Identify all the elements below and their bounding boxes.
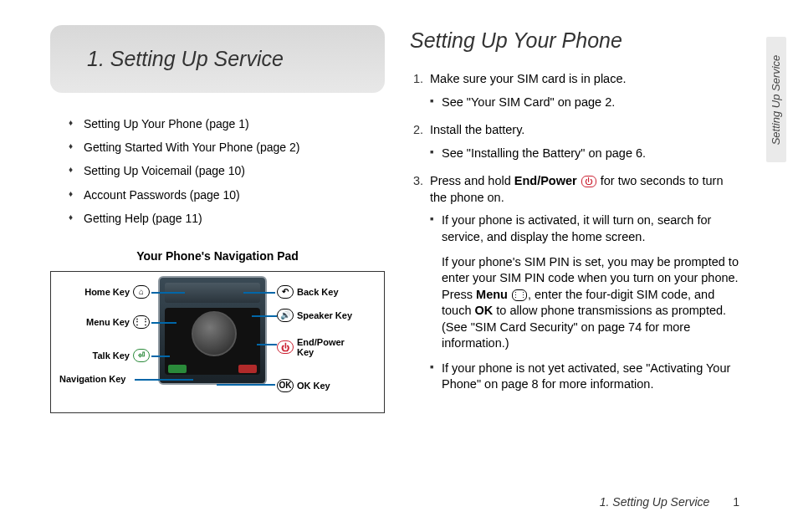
talk-icon: ⏎ [133, 349, 150, 362]
step-2-text: Install the battery. [430, 123, 524, 136]
menu-inline-icon: ⋮⋮ [512, 289, 527, 301]
callout-speaker: 🔊 Speaker Key [277, 309, 352, 322]
toc-item: Setting Up Voicemail (page 10) [69, 163, 385, 178]
leader-line [151, 292, 185, 294]
callout-talk: Talk Key ⏎ [93, 349, 150, 362]
leader-line [151, 322, 176, 324]
step-2: Install the battery. See "Installing the… [413, 122, 739, 161]
step-3-sub1: If your phone is activated, it will turn… [430, 212, 739, 352]
endpower-inline-icon: ⏻ [581, 176, 596, 187]
toc-item: Getting Help (page 11) [69, 211, 385, 226]
home-icon: ⌂ [133, 285, 150, 299]
navpad-figure: Home Key ⌂ Menu Key ⋮⋮ Talk Key ⏎ Naviga… [50, 271, 385, 413]
step-3-sub2: If your phone's SIM PIN is set, you may … [442, 254, 739, 352]
callout-back: ↶ Back Key [277, 285, 339, 299]
page: 1. Setting Up Service Setting Up Your Ph… [0, 0, 798, 532]
callout-ok-label: OK Key [297, 381, 330, 391]
callout-home: Home Key ⌂ [84, 285, 150, 299]
callout-endpower-label: End/Power Key [297, 337, 350, 357]
callout-menu-label: Menu Key [86, 317, 130, 327]
callout-nav-label: Navigation Key [59, 374, 125, 384]
callout-nav: Navigation Key [59, 374, 125, 384]
step-1-text: Make sure your SIM card is in place. [430, 72, 627, 85]
leader-line [243, 292, 275, 294]
right-title: Setting Up Your Phone [410, 28, 739, 53]
step-3: Press and hold End/Power ⏻ for two secon… [413, 173, 739, 393]
page-number: 1 [733, 495, 739, 509]
step-3-sub1-text: If your phone is activated, it will turn… [442, 213, 711, 243]
right-column: Setting Up Your Phone Make sure your SIM… [410, 25, 765, 507]
back-icon: ↶ [277, 285, 294, 299]
navpad-title: Your Phone's Navigation Pad [50, 249, 385, 263]
footer-section: 1. Setting Up Service [600, 495, 710, 509]
step-3-sub3: If your phone is not yet activated, see … [430, 361, 739, 393]
leader-line [151, 356, 170, 357]
callout-menu: Menu Key ⋮⋮ [86, 315, 150, 329]
leader-line [257, 344, 277, 345]
section-heading: 1. Setting Up Service [50, 25, 385, 93]
speaker-icon: 🔊 [277, 309, 294, 322]
toc-item: Setting Up Your Phone (page 1) [69, 116, 385, 131]
side-tab-label: Setting Up Service [770, 54, 783, 145]
callout-speaker-label: Speaker Key [297, 310, 352, 320]
leader-line [135, 379, 193, 381]
steps-list: Make sure your SIM card is in place. See… [410, 71, 739, 393]
leader-line [252, 315, 277, 317]
callout-endpower: ⏻ End/Power Key [277, 337, 350, 357]
step-3-sub2-bold1: Menu [476, 288, 508, 301]
leader-line [217, 384, 275, 386]
toc-item: Getting Started With Your Phone (page 2) [69, 140, 385, 155]
step-3-bold: End/Power [514, 174, 577, 187]
menu-icon: ⋮⋮ [133, 315, 150, 329]
step-3-text-a: Press and hold [430, 174, 514, 187]
step-1-sub: See "Your SIM Card" on page 2. [430, 95, 739, 111]
toc-item: Account Passwords (page 10) [69, 187, 385, 202]
step-2-sub: See "Installing the Battery" on page 6. [430, 146, 739, 162]
left-column: 1. Setting Up Service Setting Up Your Ph… [50, 25, 385, 507]
callout-ok: OK OK Key [277, 379, 330, 392]
toc-list: Setting Up Your Phone (page 1) Getting S… [50, 116, 385, 226]
side-tab: Setting Up Service [766, 37, 786, 162]
callout-back-label: Back Key [297, 287, 339, 297]
callout-talk-label: Talk Key [93, 350, 130, 361]
endpower-icon: ⏻ [277, 340, 294, 354]
ok-icon: OK [277, 379, 294, 392]
step-3-sub2-bold2: OK [475, 304, 494, 317]
callout-home-label: Home Key [84, 287, 130, 297]
step-1: Make sure your SIM card is in place. See… [413, 71, 739, 110]
footer: 1. Setting Up Service 1 [600, 495, 739, 509]
